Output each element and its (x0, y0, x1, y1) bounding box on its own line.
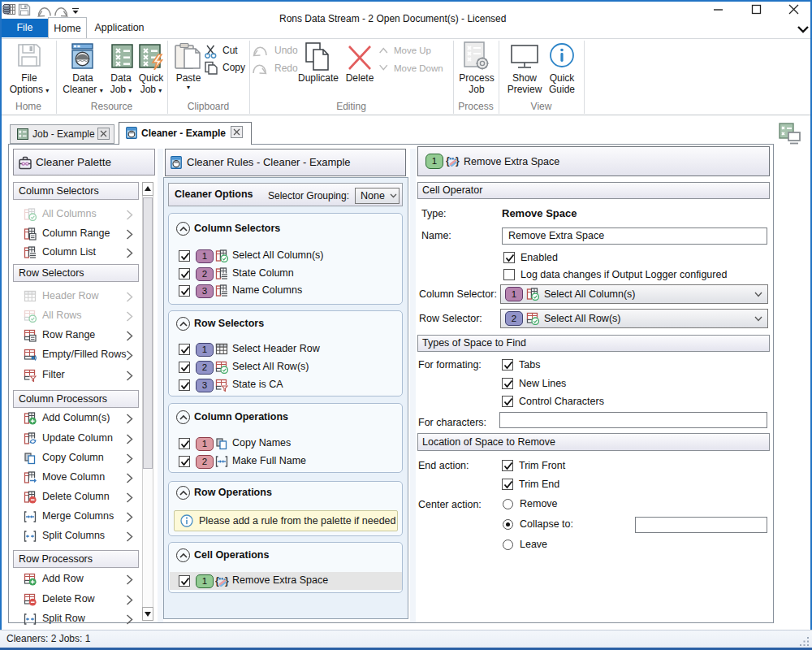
svg-text:{: { (446, 155, 450, 167)
svg-text:}: } (225, 575, 229, 587)
svg-text:}: } (456, 155, 460, 167)
svg-text:{: { (215, 575, 219, 587)
